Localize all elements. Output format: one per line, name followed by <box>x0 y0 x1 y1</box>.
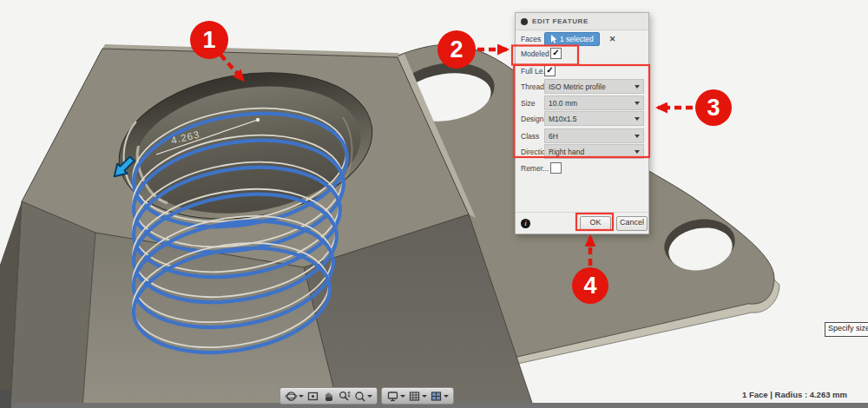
thread-type-row: Thread... ISO Metric profile <box>521 79 644 94</box>
faces-row: Faces 1 selected ✕ <box>521 31 644 46</box>
grid-layout-button[interactable] <box>407 389 428 403</box>
feature-icon <box>521 18 528 25</box>
viewport-canvas[interactable]: 4.263 <box>0 0 868 408</box>
full-length-label: Full Le... <box>521 67 544 76</box>
pan-button[interactable] <box>321 389 336 403</box>
remember-label: Remer... <box>521 164 550 173</box>
remember-row: Remer... <box>521 162 644 174</box>
designation-label: Design... <box>521 115 544 123</box>
size-select[interactable]: 10.0 mm <box>544 95 644 110</box>
viewports-button[interactable] <box>429 389 450 403</box>
dialog-header[interactable]: EDIT FEATURE <box>516 13 648 30</box>
zoom-icon <box>338 390 351 403</box>
full-length-checkbox[interactable]: ✓ <box>544 65 556 76</box>
clear-selection-button[interactable]: ✕ <box>609 35 616 43</box>
class-row: Class 6H <box>521 128 644 143</box>
display-group <box>381 387 454 405</box>
orbit-icon <box>285 390 298 403</box>
edit-feature-dialog: EDIT FEATURE Faces 1 selected ✕ Modeled … <box>515 12 649 234</box>
zoom-window-icon <box>353 390 366 403</box>
cursor-icon <box>550 35 557 43</box>
chevron-down-icon <box>367 395 372 398</box>
grid-icon <box>408 390 421 403</box>
chevron-down-icon <box>635 102 640 105</box>
fit-button[interactable] <box>352 389 373 403</box>
footer-divider <box>516 212 648 213</box>
zoom-button[interactable] <box>337 389 352 403</box>
selection-status: 1 Face | Radius : 4.263 mm <box>742 390 847 399</box>
corner-chip <box>0 390 11 408</box>
direction-label: Directio... <box>521 148 544 156</box>
application-window: 4.263 EDIT FEATURE Faces 1 selected ✕ Mo… <box>0 0 868 408</box>
display-settings-icon <box>386 390 399 403</box>
chevron-down-icon <box>635 135 640 138</box>
navigation-group <box>279 387 378 405</box>
chevron-down-icon <box>635 150 640 154</box>
chevron-down-icon <box>422 395 427 398</box>
display-settings-button[interactable] <box>385 389 406 403</box>
size-row: Size 10.0 mm <box>521 95 644 110</box>
designation-select[interactable]: M10x1.5 <box>544 111 644 126</box>
chevron-down-icon <box>444 395 449 398</box>
modeled-label: Modeled <box>521 49 550 58</box>
navigation-toolbar <box>279 387 454 405</box>
ok-button[interactable]: OK <box>580 216 611 231</box>
pan-hand-icon <box>322 390 335 403</box>
direction-row: Directio... Right hand <box>521 144 644 159</box>
remember-checkbox[interactable] <box>550 162 562 174</box>
designation-row: Design... M10x1.5 <box>521 111 644 126</box>
direction-select[interactable]: Right hand <box>544 144 644 159</box>
chevron-down-icon <box>400 395 405 398</box>
chevron-down-icon <box>635 85 640 89</box>
viewports-icon <box>430 390 443 403</box>
modeled-checkbox[interactable]: ✓ <box>550 48 562 59</box>
thread-type-select[interactable]: ISO Metric profile <box>544 79 644 94</box>
class-label: Class <box>521 132 544 141</box>
faces-label: Faces <box>521 35 544 43</box>
size-label: Size <box>521 99 544 108</box>
cancel-button[interactable]: Cancel <box>616 216 648 231</box>
dialog-title: EDIT FEATURE <box>532 17 589 25</box>
look-at-icon <box>306 390 319 403</box>
info-icon[interactable]: i <box>521 219 530 228</box>
hint-tooltip: Specify size, c <box>825 322 868 337</box>
look-at-button[interactable] <box>306 389 320 403</box>
thread-type-label: Thread... <box>521 82 544 91</box>
modeled-row: Modeled ✓ <box>521 46 644 61</box>
full-length-row: Full Le... ✓ <box>521 63 644 78</box>
class-select[interactable]: 6H <box>544 128 644 143</box>
chevron-down-icon <box>635 117 640 121</box>
faces-selection-chip[interactable]: 1 selected <box>544 32 600 46</box>
orbit-button[interactable] <box>284 389 305 403</box>
chevron-down-icon <box>299 395 304 398</box>
